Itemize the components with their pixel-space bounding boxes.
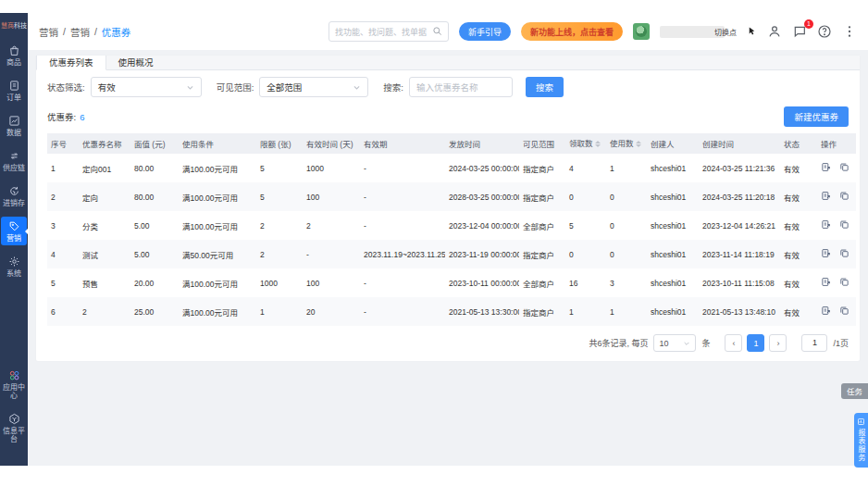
copy-icon[interactable] [839,219,849,230]
sidebar-item-label: 信息平台 [1,427,27,443]
sidebar-item-marketing[interactable]: 营销 [1,217,27,245]
detail-icon[interactable] [821,306,831,316]
page-jump-input[interactable]: 1 [801,334,827,352]
tab-coupon-list[interactable]: 优惠券列表 [36,56,106,70]
message-icon[interactable]: 1 [792,24,807,39]
column-header-received[interactable]: 领取数 [565,133,606,154]
sidebar-item-system[interactable]: 系统 [1,252,27,281]
detail-icon[interactable] [821,248,831,258]
cell-condition: 满100.00元可用 [179,182,256,211]
cell-received: 5 [565,211,606,240]
cell-actions [817,268,856,297]
cell-valid_days: 2 [303,211,360,240]
coupon-name-input[interactable]: 输入优惠券名称 [409,77,513,97]
cell-value: 20.00 [130,268,179,297]
report-service-button[interactable]: 报表服务 [854,413,868,468]
cell-create_time: 2023-12-04 14:26:21 [699,211,780,240]
sidebar-item-supply[interactable]: 供应链 [1,146,27,175]
sidebar-item-label: 营销 [6,234,21,243]
order-icon [8,80,20,92]
avatar[interactable] [633,23,650,40]
cell-status: 有效 [780,240,817,268]
cell-creator: shceshi01 [647,154,699,182]
page-1-button[interactable]: 1 [747,334,764,352]
detail-icon[interactable] [821,191,831,201]
column-header-limit: 限额 (张) [256,133,303,154]
sidebar-item-data[interactable]: 数据 [1,111,27,140]
cell-limit: 2 [256,211,303,240]
copy-icon[interactable] [839,191,849,201]
sidebar-bottom: 应用中心信息平台 [0,366,28,453]
sidebar-nav: 商品订单数据供应链进销存营销系统 [0,41,28,287]
tab-usage-overview[interactable]: 使用概况 [106,56,166,69]
cell-scope: 全部商户 [519,211,565,240]
help-icon[interactable] [817,24,832,39]
cell-valid_days: 20 [303,297,360,326]
sort-icon[interactable] [595,138,601,150]
table-row: 6225.00满100.00元可用120-2021-05-13 13:30:00… [47,297,856,326]
detail-icon[interactable] [821,219,831,230]
breadcrumb-marketing[interactable]: 营销 [39,25,58,39]
sort-icon[interactable] [636,138,641,150]
task-floating-tag[interactable]: 任务 [841,383,868,399]
cell-condition: 满100.00元可用 [179,154,256,182]
scope-filter-select[interactable]: 全部范围 [259,77,368,97]
newbie-guide-button[interactable]: 新手引导 [459,22,511,41]
column-header-issue_time: 发放时间 [445,133,519,154]
gear-icon [8,256,20,268]
cell-index: 5 [47,268,79,297]
search-button[interactable]: 搜索 [526,77,564,97]
cell-value: 5.00 [130,240,179,268]
user-suffix-text: 切换点 [714,27,737,37]
cell-name: 预售 [79,268,130,297]
prev-page-button[interactable]: ‹ [725,334,742,352]
column-header-status: 状态 [780,133,817,154]
sidebar-item-label: 应用中心 [1,383,27,400]
cell-received: 0 [565,240,606,268]
detail-icon[interactable] [821,162,831,172]
global-search-input[interactable]: 找功能、找问题、找单据 [329,21,449,42]
new-feature-button[interactable]: 新功能上线，点击查看 [521,22,623,41]
cell-scope: 指定商户 [519,240,565,268]
cell-limit: 2 [256,240,303,268]
create-coupon-button[interactable]: 新建优惠券 [784,106,849,127]
sidebar-item-products[interactable]: 商品 [1,41,27,69]
cell-actions [817,211,856,240]
page-size-select[interactable]: 10 [653,334,696,352]
tab-strip: 优惠券列表 使用概况 [36,56,860,70]
status-filter-select[interactable]: 有效 [91,77,202,97]
bag-icon [8,44,20,56]
page-size-value: 10 [659,339,668,348]
next-page-button[interactable]: › [769,334,787,352]
cell-issue_time: 2023-12-04 00:00:00 [445,211,519,240]
copy-icon[interactable] [839,306,849,316]
cell-used: 0 [606,211,647,240]
copy-icon[interactable] [839,277,849,287]
sidebar-item-info-platform[interactable]: 信息平台 [1,409,27,446]
contact-icon[interactable] [767,24,782,39]
main-content: 优惠券列表 使用概况 状态筛选: 有效 可见范围: 全部范围 搜索: 输入优惠券… [28,50,868,466]
breadcrumb-separator: / [94,26,97,37]
column-header-index: 序号 [47,133,79,154]
cell-valid_range: - [360,154,445,182]
column-header-actions: 操作 [817,133,856,154]
column-header-used[interactable]: 使用数 [606,133,647,154]
breadcrumb-marketing-2[interactable]: 营销 [70,25,90,39]
cell-valid_range: - [360,268,445,297]
copy-icon[interactable] [839,162,849,172]
copy-icon[interactable] [839,248,849,258]
cell-value: 80.00 [130,182,179,211]
sidebar-item-orders[interactable]: 订单 [1,76,27,105]
sidebar-item-app-center[interactable]: 应用中心 [1,366,27,403]
cell-valid_range: - [360,182,445,211]
breadcrumb: 营销 / 营销 / 优惠券 [39,25,130,39]
chart-icon [8,115,20,127]
cell-valid_range: 2023.11.19~2023.11.25 [360,240,445,268]
sidebar-item-label: 商品 [6,58,21,67]
detail-icon[interactable] [821,277,831,287]
sidebar-item-inventory[interactable]: 进销存 [1,181,27,210]
cube-icon [8,413,20,425]
cell-condition: 满100.00元可用 [179,211,256,240]
cell-valid_range: - [360,297,445,326]
more-menu-icon[interactable] [842,24,857,39]
